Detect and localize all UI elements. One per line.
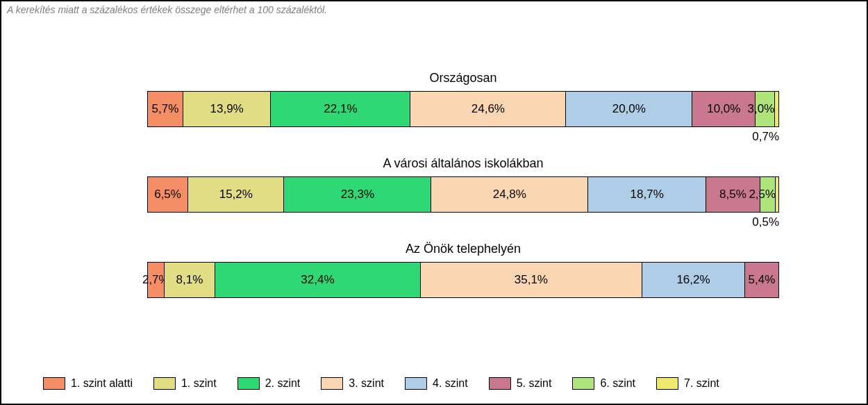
segment-label: 6,5% — [154, 188, 181, 201]
bar-segment: 18,7% — [588, 177, 706, 212]
bar-segment: 32,4% — [215, 263, 420, 297]
legend-label: 4. szint — [433, 377, 468, 390]
legend-swatch — [656, 377, 678, 390]
legend-label: 2. szint — [265, 377, 301, 390]
bar-segment: 5,7% — [147, 92, 183, 126]
bar-segment: 15,2% — [188, 177, 284, 212]
chart-row: Országosan5,7%13,9%22,1%24,6%20,0%10,0%3… — [147, 71, 779, 127]
segment-label: 20,0% — [612, 102, 646, 116]
legend-item: 7. szint — [656, 377, 719, 390]
bar-segment: 16,2% — [642, 263, 745, 297]
legend-swatch — [405, 377, 427, 390]
row-title: A városi általános iskolákban — [147, 156, 779, 171]
legend-label: 1. szint alatti — [71, 377, 133, 390]
segment-label: 24,8% — [493, 188, 526, 201]
segment-label: 32,4% — [301, 273, 334, 287]
bar-segment: 20,0% — [566, 92, 692, 126]
legend-item: 4. szint — [405, 377, 468, 390]
segment-label: 8,5% — [719, 188, 746, 201]
bar-segment: 24,6% — [410, 92, 566, 126]
legend-label: 6. szint — [600, 377, 635, 390]
bar-wrap: 5,7%13,9%22,1%24,6%20,0%10,0%3,0%0,7% — [147, 91, 779, 127]
segment-label: 18,7% — [631, 188, 664, 201]
segment-label: 8,1% — [176, 273, 203, 287]
legend-item: 5. szint — [489, 377, 552, 390]
overflow-label: 0,7% — [752, 130, 779, 144]
legend-label: 7. szint — [684, 377, 719, 390]
stacked-bar: 5,7%13,9%22,1%24,6%20,0%10,0%3,0% — [147, 91, 779, 127]
segment-label: 2,5% — [749, 188, 776, 201]
bar-segment: 2,5% — [760, 177, 776, 212]
legend-item: 3. szint — [321, 377, 384, 390]
bar-segment: 8,1% — [165, 263, 216, 297]
stacked-bar: 6,5%15,2%23,3%24,8%18,7%8,5%2,5% — [147, 176, 779, 213]
chart-legend: 1. szint alatti1. szint2. szint3. szint4… — [43, 377, 719, 390]
legend-item: 6. szint — [572, 377, 635, 390]
row-title: Az Önök telephelyén — [147, 242, 779, 256]
segment-label: 23,3% — [341, 188, 374, 201]
segment-label: 5,4% — [749, 273, 776, 287]
segment-label: 16,2% — [676, 273, 710, 287]
legend-swatch — [237, 377, 260, 390]
legend-swatch — [572, 377, 594, 390]
chart-row: Az Önök telephelyén2,7%8,1%32,4%35,1%16,… — [147, 242, 779, 298]
rounding-note: A kerekítés miatt a százalékos értékek ö… — [7, 4, 327, 15]
chart-rows: Országosan5,7%13,9%22,1%24,6%20,0%10,0%3… — [147, 71, 779, 327]
bar-segment: 2,7% — [147, 263, 165, 297]
bar-segment: 23,3% — [284, 177, 431, 212]
segment-label: 10,0% — [707, 102, 740, 116]
legend-label: 1. szint — [181, 377, 217, 390]
overflow-label: 0,5% — [752, 215, 779, 229]
legend-item: 1. szint alatti — [43, 377, 133, 390]
legend-label: 5. szint — [517, 377, 552, 390]
segment-label: 22,1% — [324, 102, 357, 116]
segment-label: 5,7% — [152, 102, 179, 116]
segment-label: 3,0% — [748, 102, 775, 116]
legend-swatch — [153, 377, 176, 390]
bar-segment: 22,1% — [271, 92, 410, 126]
bar-segment: 6,5% — [147, 177, 188, 212]
segment-label: 35,1% — [515, 273, 548, 287]
legend-item: 2. szint — [237, 377, 301, 390]
chart-row: A városi általános iskolákban6,5%15,2%23… — [147, 156, 779, 213]
bar-segment: 13,9% — [183, 92, 271, 126]
stacked-bar: 2,7%8,1%32,4%35,1%16,2%5,4% — [147, 262, 779, 298]
bar-segment: 24,8% — [431, 177, 588, 212]
segment-label: 13,9% — [210, 102, 244, 116]
bar-wrap: 6,5%15,2%23,3%24,8%18,7%8,5%2,5%0,5% — [147, 176, 779, 213]
legend-swatch — [43, 377, 65, 390]
chart-frame: A kerekítés miatt a százalékos értékek ö… — [0, 0, 868, 405]
legend-swatch — [321, 377, 343, 390]
bar-segment: 5,4% — [745, 263, 779, 297]
bar-segment — [775, 92, 779, 126]
bar-segment: 10,0% — [692, 92, 756, 126]
bar-segment: 35,1% — [421, 263, 643, 297]
segment-label: 15,2% — [219, 188, 253, 201]
legend-item: 1. szint — [153, 377, 217, 390]
row-title: Országosan — [147, 71, 779, 85]
legend-label: 3. szint — [349, 377, 384, 390]
bar-segment: 3,0% — [756, 92, 774, 126]
bar-segment — [776, 177, 779, 212]
segment-label: 24,6% — [471, 102, 505, 116]
bar-wrap: 2,7%8,1%32,4%35,1%16,2%5,4% — [147, 262, 779, 298]
legend-swatch — [489, 377, 511, 390]
